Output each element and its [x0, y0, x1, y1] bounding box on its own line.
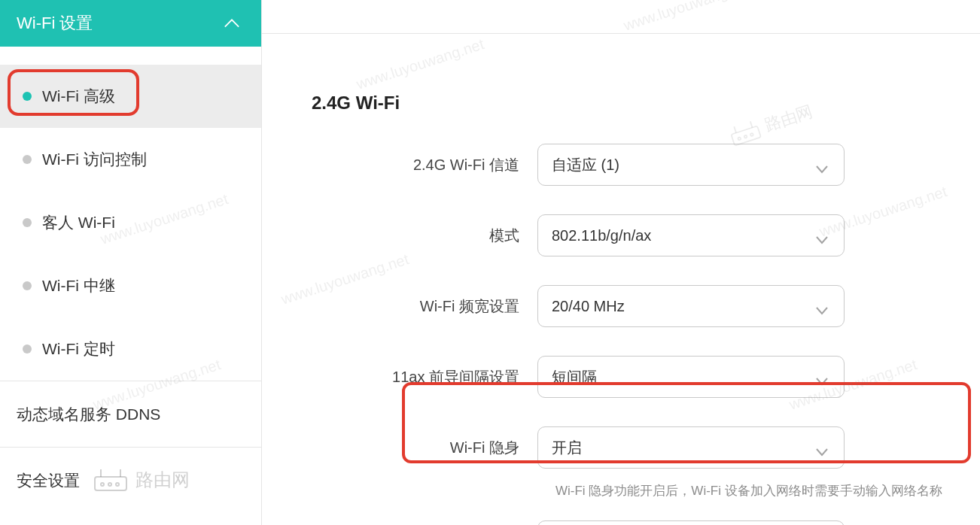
sidebar-item-wifi-schedule[interactable]: Wi-Fi 定时 — [0, 317, 261, 381]
sidebar-item-guest-wifi[interactable]: 客人 Wi-Fi — [0, 191, 261, 254]
select-value: 短间隔 — [552, 367, 597, 387]
chevron-down-icon — [815, 302, 829, 311]
row-guard-interval: 11ax 前导间隔设置 短间隔 — [312, 356, 980, 398]
sidebar-section-label: 安全设置 — [17, 470, 80, 491]
chevron-up-icon — [224, 15, 240, 32]
form-label: 模式 — [312, 226, 537, 246]
chevron-down-icon — [815, 372, 829, 381]
bullet-icon — [23, 218, 32, 227]
sidebar-section-ddns[interactable]: 动态域名服务 DDNS — [0, 381, 261, 447]
select-guard-interval[interactable]: 短间隔 — [537, 356, 845, 398]
form-label: Wi-Fi 频宽设置 — [312, 296, 537, 317]
row-wifi-hidden: Wi-Fi 隐身 开启 — [312, 426, 980, 469]
select-wifi-hidden[interactable]: 开启 — [537, 426, 845, 469]
sidebar-item-label: Wi-Fi 中继 — [42, 275, 115, 296]
sidebar-item-wifi-access-control[interactable]: Wi-Fi 访问控制 — [0, 128, 261, 191]
sidebar-section-label: 动态域名服务 DDNS — [17, 404, 160, 425]
sidebar-item-label: Wi-Fi 高级 — [42, 86, 115, 107]
bullet-icon — [23, 344, 32, 354]
form-label: 2.4G Wi-Fi 信道 — [312, 155, 537, 175]
row-bandwidth: Wi-Fi 频宽设置 20/40 MHz — [312, 285, 980, 327]
form-label: 11ax 前导间隔设置 — [312, 367, 537, 387]
sidebar-header-label: Wi-Fi 设置 — [17, 12, 93, 35]
bullet-icon — [23, 155, 32, 164]
chevron-down-icon — [815, 231, 829, 240]
row-channel: 2.4G Wi-Fi 信道 自适应 (1) — [312, 144, 980, 186]
sidebar-header[interactable]: Wi-Fi 设置 — [0, 0, 261, 47]
select-value: 自适应 (1) — [552, 155, 619, 175]
sidebar-section-security[interactable]: 安全设置 — [0, 447, 261, 513]
select-value: 20/40 MHz — [552, 298, 625, 315]
sidebar-item-wifi-advanced[interactable]: Wi-Fi 高级 — [0, 65, 261, 128]
row-mode: 模式 802.11b/g/n/ax — [312, 214, 980, 256]
row-wifi-hidden-hint: Wi-Fi 隐身功能开启后，Wi-Fi 设备加入网络时需要手动输入网络名称 — [312, 482, 980, 499]
sidebar: Wi-Fi 设置 Wi-Fi 高级 Wi-Fi 访问控制 客人 Wi-Fi Wi… — [0, 0, 262, 525]
sidebar-item-label: 客人 Wi-Fi — [42, 212, 115, 233]
select-value: 开启 — [552, 438, 582, 458]
sidebar-item-wifi-repeater[interactable]: Wi-Fi 中继 — [0, 254, 261, 317]
sidebar-group: Wi-Fi 高级 Wi-Fi 访问控制 客人 Wi-Fi Wi-Fi 中继 Wi… — [0, 47, 261, 381]
select-channel[interactable]: 自适应 (1) — [537, 144, 845, 186]
row-wmm: WMM 开启 — [312, 520, 980, 525]
section-title: 2.4G Wi-Fi — [312, 93, 980, 114]
chevron-down-icon — [815, 443, 829, 452]
bullet-icon — [23, 281, 32, 290]
hint-text: Wi-Fi 隐身功能开启后，Wi-Fi 设备加入网络时需要手动输入网络名称 — [555, 482, 942, 499]
main-panel: 2.4G Wi-Fi 2.4G Wi-Fi 信道 自适应 (1) 模式 802.… — [262, 0, 980, 525]
sidebar-item-label: Wi-Fi 访问控制 — [42, 149, 147, 170]
form-label: Wi-Fi 隐身 — [312, 438, 537, 458]
select-value: 802.11b/g/n/ax — [552, 227, 651, 244]
chevron-down-icon — [815, 160, 829, 169]
bullet-icon — [23, 92, 32, 101]
sidebar-item-label: Wi-Fi 定时 — [42, 338, 115, 360]
select-mode[interactable]: 802.11b/g/n/ax — [537, 214, 845, 256]
select-wmm[interactable]: 开启 — [537, 520, 845, 525]
select-bandwidth[interactable]: 20/40 MHz — [537, 285, 845, 327]
